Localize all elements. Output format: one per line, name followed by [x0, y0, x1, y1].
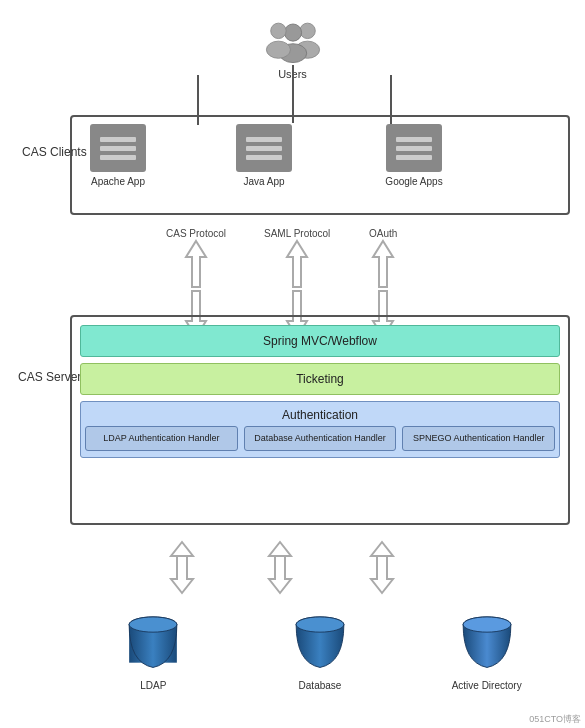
cas-clients-section: CAS Clients Apache App Java App: [10, 110, 575, 220]
svg-point-0: [299, 23, 314, 38]
ldap-db-icon: [124, 615, 182, 677]
saml-protocol-arrow: [283, 239, 311, 289]
ldap-arrow-svg: [167, 540, 197, 595]
ldap-bottom-arrow: [167, 540, 197, 595]
svg-point-5: [266, 41, 290, 58]
db-arrow-svg: [265, 540, 295, 595]
diagram-container: Users CAS Clients Apache App Java App: [0, 0, 585, 728]
ad-bottom-arrow: [367, 540, 397, 595]
google-apps-box: Google Apps: [378, 122, 450, 187]
ldap-db-label: LDAP: [140, 680, 166, 691]
java-app-box: Java App: [228, 122, 300, 187]
cas-clients-label: CAS Clients: [22, 145, 87, 159]
apache-app-box: Apache App: [82, 122, 154, 187]
oauth-label: OAuth: [369, 228, 397, 239]
ticketing-box: Ticketing: [80, 363, 560, 395]
active-directory-label: Active Directory: [452, 680, 522, 691]
authentication-label: Authentication: [85, 408, 555, 422]
cas-protocol-arrow: [182, 239, 210, 289]
svg-point-4: [270, 23, 285, 38]
java-app-icon: [236, 124, 292, 172]
authentication-container: Authentication LDAP Authentication Handl…: [80, 401, 560, 458]
svg-marker-17: [371, 556, 393, 593]
db-bottom-arrow: [265, 540, 295, 595]
saml-protocol-label: SAML Protocol: [264, 228, 330, 239]
svg-marker-6: [186, 241, 206, 287]
ldap-db-item: LDAP: [113, 615, 193, 691]
cas-protocol-label: CAS Protocol: [166, 228, 226, 239]
auth-handlers: LDAP Authentication Handler Database Aut…: [85, 426, 555, 451]
google-apps-label: Google Apps: [385, 176, 442, 187]
active-directory-db-icon: [458, 615, 516, 677]
svg-marker-10: [373, 241, 393, 287]
java-app-label: Java App: [243, 176, 284, 187]
apache-app-icon: [90, 124, 146, 172]
oauth-arrow: [369, 239, 397, 289]
svg-marker-15: [269, 556, 291, 593]
google-app-icon: [386, 124, 442, 172]
svg-marker-8: [287, 241, 307, 287]
database-handler-box: Database Authentication Handler: [244, 426, 397, 451]
svg-point-2: [284, 24, 301, 41]
active-directory-db-item: Active Directory: [447, 615, 527, 691]
svg-point-20: [129, 617, 177, 632]
users-icon: [263, 18, 323, 66]
ldap-handler-box: LDAP Authentication Handler: [85, 426, 238, 451]
svg-point-24: [463, 617, 511, 632]
ad-arrow-svg: [367, 540, 397, 595]
database-db-item: Database: [280, 615, 360, 691]
cas-server-bracket: Spring MVC/Webflow Ticketing Authenticat…: [70, 315, 570, 525]
cas-server-section: CAS Server Spring MVC/Webflow Ticketing …: [10, 310, 575, 530]
watermark: 051CTO博客: [529, 713, 581, 726]
spnego-handler-box: SPNEGO Authentication Handler: [402, 426, 555, 451]
spring-mvc-box: Spring MVC/Webflow: [80, 325, 560, 357]
apache-app-label: Apache App: [91, 176, 145, 187]
databases-section: LDAP Database: [70, 615, 570, 691]
database-db-label: Database: [299, 680, 342, 691]
svg-marker-13: [171, 556, 193, 593]
svg-point-22: [296, 617, 344, 632]
database-db-icon: [291, 615, 349, 677]
